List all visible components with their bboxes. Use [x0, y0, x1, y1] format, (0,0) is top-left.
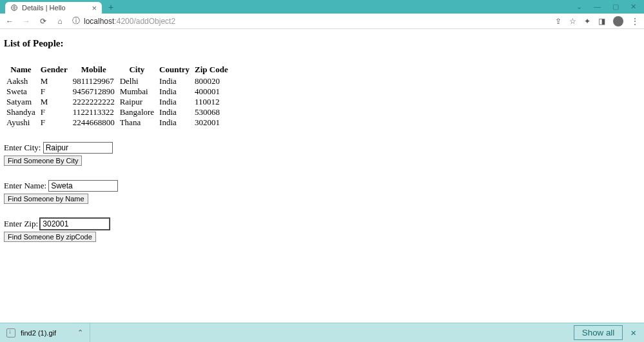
table-cell: 530068: [192, 107, 231, 117]
table-cell: Shandya: [4, 107, 38, 117]
page-content: List of People: Name Gender Mobile City …: [0, 29, 644, 242]
menu-icon[interactable]: ⋮: [631, 17, 639, 26]
tab-title: Details | Hello: [22, 4, 92, 12]
browser-tab-strip: Details | Hello × + ⌄ — ▢ ✕: [0, 0, 644, 14]
panel-icon[interactable]: ◨: [598, 17, 605, 26]
table-row: ShandyaF1122113322BangaloreIndia530068: [4, 107, 231, 117]
table-cell: F: [38, 117, 70, 128]
chevron-up-icon[interactable]: ⌃: [77, 328, 83, 337]
nav-forward-icon[interactable]: →: [22, 17, 31, 26]
table-cell: M: [38, 76, 70, 86]
find-by-zip-button[interactable]: Find Someone By zipCode: [4, 232, 96, 242]
city-label: Enter City:: [4, 143, 41, 152]
url-field[interactable]: ⓘ localhost:4200/addObject2: [72, 15, 547, 26]
table-cell: Bangalore: [117, 107, 157, 117]
zip-label: Enter Zip:: [4, 219, 38, 228]
bookmark-icon[interactable]: ☆: [569, 17, 576, 26]
site-info-icon[interactable]: ⓘ: [72, 15, 80, 26]
table-cell: India: [157, 117, 192, 128]
table-cell: F: [38, 86, 70, 97]
people-table: Name Gender Mobile City Country Zip Code…: [4, 65, 231, 128]
table-cell: Raipur: [117, 97, 157, 107]
name-label: Enter Name:: [4, 181, 46, 190]
nav-back-icon[interactable]: ←: [5, 17, 14, 26]
table-cell: Sweta: [4, 86, 38, 97]
table-cell: Mumbai: [117, 86, 157, 97]
share-icon[interactable]: ⇪: [555, 17, 561, 26]
show-all-downloads-button[interactable]: Show all: [574, 325, 623, 340]
table-cell: 9811129967: [70, 76, 117, 86]
download-filename: find2 (1).gif: [21, 329, 56, 337]
profile-avatar[interactable]: [613, 16, 623, 26]
table-cell: 2222222222: [70, 97, 117, 107]
table-cell: F: [38, 107, 70, 117]
close-window-icon[interactable]: ✕: [630, 3, 636, 11]
browser-tab[interactable]: Details | Hello ×: [5, 2, 102, 14]
tab-close-icon[interactable]: ×: [92, 3, 97, 13]
table-cell: Thana: [117, 117, 157, 128]
find-by-name-button[interactable]: Find Someone by Name: [4, 194, 88, 204]
table-cell: 1122113322: [70, 107, 117, 117]
table-cell: Ayushi: [4, 117, 38, 128]
table-row: AakshM9811129967DelhiIndia800020: [4, 76, 231, 86]
extensions-icon[interactable]: ✦: [584, 17, 590, 26]
table-cell: 9456712890: [70, 86, 117, 97]
download-shelf: find2 (1).gif ⌃ Show all ×: [0, 323, 644, 342]
table-cell: India: [157, 86, 192, 97]
table-cell: India: [157, 97, 192, 107]
table-header-row: Name Gender Mobile City Country Zip Code: [4, 65, 231, 76]
reload-icon[interactable]: ⟳: [39, 17, 48, 26]
find-by-city-button[interactable]: Find Someone By City: [4, 156, 82, 166]
col-country: Country: [157, 65, 192, 76]
table-cell: 110012: [192, 97, 231, 107]
col-gender: Gender: [38, 65, 70, 76]
table-cell: 302001: [192, 117, 231, 128]
table-cell: India: [157, 76, 192, 86]
col-zip: Zip Code: [192, 65, 231, 76]
maximize-icon[interactable]: ▢: [612, 3, 619, 11]
close-download-shelf-icon[interactable]: ×: [630, 327, 636, 338]
table-row: SwetaF9456712890MumbaiIndia400001: [4, 86, 231, 97]
table-cell: India: [157, 107, 192, 117]
download-item[interactable]: find2 (1).gif ⌃: [0, 323, 90, 342]
new-tab-button[interactable]: +: [108, 2, 113, 12]
address-bar: ← → ⟳ ⌂ ⓘ localhost:4200/addObject2 ⇪ ☆ …: [0, 14, 644, 29]
col-name: Name: [4, 65, 38, 76]
table-cell: M: [38, 97, 70, 107]
table-cell: 2244668800: [70, 117, 117, 128]
city-input[interactable]: [43, 142, 113, 154]
col-city: City: [117, 65, 157, 76]
url-path: :4200/addObject2: [114, 17, 175, 26]
url-host: localhost: [84, 17, 114, 26]
table-row: SatyamM2222222222RaipurIndia110012: [4, 97, 231, 107]
table-cell: 400001: [192, 86, 231, 97]
page-title: List of People:: [4, 38, 640, 49]
name-input[interactable]: [48, 180, 118, 192]
minimize-icon[interactable]: —: [594, 3, 601, 11]
table-cell: Satyam: [4, 97, 38, 107]
find-by-zip-form: Enter Zip: Find Someone By zipCode: [4, 218, 640, 242]
find-by-city-form: Enter City: Find Someone By City: [4, 142, 640, 166]
download-file-icon: [6, 328, 15, 337]
col-mobile: Mobile: [70, 65, 117, 76]
globe-icon: [10, 4, 18, 12]
find-by-name-form: Enter Name: Find Someone by Name: [4, 180, 640, 204]
table-cell: Aaksh: [4, 76, 38, 86]
table-cell: Delhi: [117, 76, 157, 86]
window-controls: ⌄ — ▢ ✕: [576, 3, 644, 11]
zip-input[interactable]: [40, 218, 110, 230]
table-row: AyushiF2244668800ThanaIndia302001: [4, 117, 231, 128]
home-icon[interactable]: ⌂: [55, 17, 64, 26]
chevron-down-icon[interactable]: ⌄: [576, 3, 582, 11]
table-cell: 800020: [192, 76, 231, 86]
